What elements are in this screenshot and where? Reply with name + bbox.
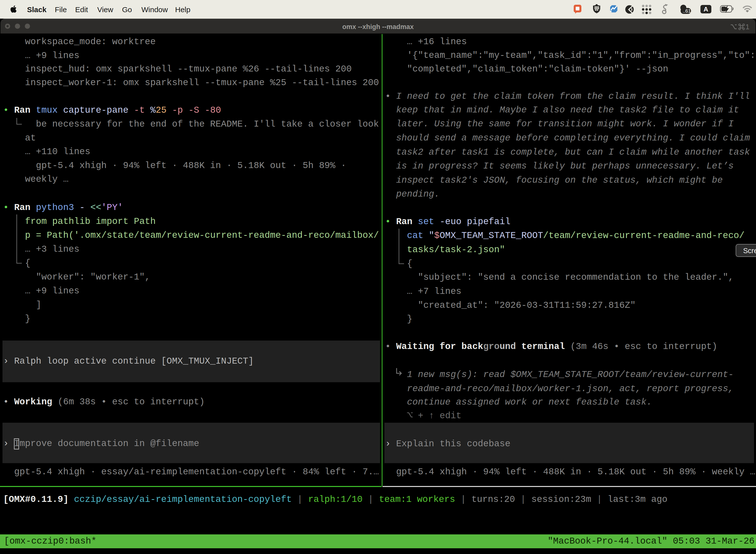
svg-text:..61: ..61 [683, 8, 691, 14]
svg-text:A: A [704, 5, 708, 13]
